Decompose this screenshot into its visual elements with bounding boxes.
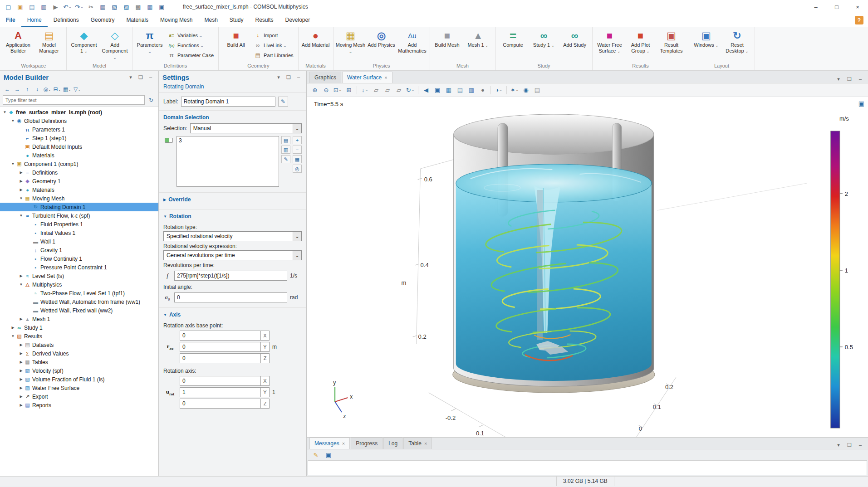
zoom-in-icon[interactable]: ⊕ — [309, 85, 320, 96]
new-file-icon[interactable]: ▢ — [3, 1, 14, 12]
menu-home[interactable]: Home — [21, 14, 48, 27]
first-plot-icon[interactable]: ▤ — [455, 85, 466, 96]
float-panel-icon[interactable]: ❏ — [845, 75, 853, 83]
tree-item[interactable]: Datasets — [0, 341, 158, 349]
tree-item[interactable]: Materials — [0, 151, 158, 160]
parameter-case-button[interactable]: Parameter Case — [166, 51, 216, 59]
import-button[interactable]: Import — [252, 31, 295, 39]
expander-icon[interactable] — [10, 162, 16, 166]
tree-item[interactable]: Export — [0, 392, 158, 401]
panel-menu-icon[interactable]: ▾ — [834, 75, 843, 83]
axis-y-input[interactable] — [180, 387, 260, 397]
back-icon[interactable]: ← — [3, 85, 12, 94]
base-point-y-input[interactable] — [180, 342, 260, 352]
view-xy-icon[interactable]: ▱ — [371, 85, 382, 96]
undock-plot-icon[interactable]: ▣ — [858, 100, 864, 107]
forward-icon[interactable]: → — [13, 85, 22, 94]
tree-item[interactable]: Flow Continuity 1 — [0, 254, 158, 263]
tree-item[interactable]: Study 1 — [0, 323, 158, 332]
expander-icon[interactable] — [18, 360, 24, 364]
label-input[interactable] — [181, 97, 275, 107]
tree-item[interactable]: Moving Mesh — [0, 194, 158, 203]
expander-icon[interactable] — [10, 326, 16, 330]
view-xz-icon[interactable]: ▱ — [393, 85, 404, 96]
base-point-x-input[interactable] — [180, 331, 260, 341]
float-panel-icon[interactable]: ❏ — [845, 441, 853, 449]
print-icon[interactable]: ▤ — [532, 85, 543, 96]
expander-icon[interactable] — [2, 110, 8, 114]
tab-progress[interactable]: Progress — [351, 438, 383, 449]
functions-button[interactable]: Functions — [166, 41, 216, 49]
copy-selection-icon[interactable]: ▤ — [281, 136, 290, 144]
menu-definitions[interactable]: Definitions — [48, 14, 85, 27]
parameters-button[interactable]: Parameters — [135, 28, 165, 60]
filter-icon[interactable]: ▽⌄ — [73, 85, 82, 94]
tree-item[interactable]: Parameters 1 — [0, 125, 158, 134]
tab-graphics[interactable]: Graphics — [309, 72, 341, 83]
velocity-expression-dropdown[interactable]: General revolutions per time — [163, 250, 302, 260]
show-options-icon[interactable]: ◎⌄ — [43, 85, 52, 94]
collapse-options-icon[interactable]: ⊟⌄ — [53, 85, 62, 94]
expander-icon[interactable] — [18, 377, 24, 381]
filter-input[interactable] — [3, 95, 145, 105]
override-header[interactable]: Override — [163, 195, 302, 205]
messages-content[interactable] — [308, 460, 867, 475]
remove-from-selection-icon[interactable]: − — [293, 146, 302, 154]
reset-desktop-button[interactable]: Reset Desktop — [722, 28, 752, 60]
environment-icon[interactable]: ✶⌄ — [509, 85, 520, 96]
expander-icon[interactable] — [18, 369, 24, 373]
snapshot-icon[interactable]: ◉ — [520, 85, 531, 96]
save-as-icon[interactable]: ▥ — [38, 1, 49, 12]
selection-dropdown[interactable]: Manual — [190, 123, 302, 133]
zoom-out-icon[interactable]: ⊖ — [321, 85, 332, 96]
axis-header[interactable]: Axis — [163, 311, 302, 321]
part-libraries-button[interactable]: Part Libraries — [252, 51, 295, 59]
tree-item[interactable]: Velocity (spf) — [0, 366, 158, 375]
expander-icon[interactable] — [18, 351, 24, 356]
paste-icon[interactable]: ▨ — [121, 1, 132, 12]
panel-menu-icon[interactable]: ▾ — [834, 441, 843, 449]
water-free-surface-button[interactable]: Water Free Surface — [595, 28, 625, 60]
open-icon[interactable]: ▣ — [15, 1, 26, 12]
tree-item[interactable]: Step 1 (step1) — [0, 134, 158, 142]
scene-appearance-icon[interactable]: ◑⌄ — [493, 85, 504, 96]
compute-button[interactable]: Compute — [498, 28, 528, 60]
add-material-button[interactable]: Add Material — [301, 28, 331, 60]
tree-item[interactable]: Volume Fraction of Fluid 1 (ls) — [0, 375, 158, 384]
minimize-panel-icon[interactable]: – — [147, 73, 155, 81]
tree-item[interactable]: Water Free Surface — [0, 384, 158, 392]
menu-geometry[interactable]: Geometry — [85, 14, 121, 27]
tab-log[interactable]: Log — [383, 438, 402, 449]
redo-icon[interactable]: ↷⌄ — [74, 1, 85, 12]
component-button[interactable]: Component 1 — [69, 28, 99, 60]
float-panel-icon[interactable]: ❏ — [284, 73, 293, 81]
close-tab-icon[interactable]: × — [384, 75, 387, 80]
tree-item[interactable]: Tables — [0, 358, 158, 366]
close-tab-icon[interactable]: × — [342, 441, 345, 446]
add-plot-group-button[interactable]: Add Plot Group — [626, 28, 656, 60]
tree-item[interactable]: Fluid Properties 1 — [0, 220, 158, 229]
save-icon[interactable]: ▤ — [26, 1, 38, 12]
clear-selection-icon[interactable]: ▦ — [293, 155, 302, 163]
lock-camera-icon[interactable]: ● — [477, 85, 488, 96]
expander-icon[interactable] — [18, 188, 24, 192]
maximize-button[interactable]: □ — [826, 0, 847, 14]
cut-icon[interactable]: ✂ — [85, 1, 97, 12]
undo-icon[interactable]: ↶⌄ — [62, 1, 73, 12]
tree-item[interactable]: Two-Phase Flow, Level Set 1 (tpf1) — [0, 289, 158, 297]
tile-plot-windows-icon[interactable]: ▣ — [432, 85, 443, 96]
study-button[interactable]: Study 1 — [529, 28, 559, 60]
revolutions-input[interactable] — [174, 271, 287, 281]
expander-icon[interactable] — [18, 317, 24, 321]
selection-list-item[interactable]: 3 — [179, 137, 277, 144]
move-down-icon[interactable]: ↓ — [33, 85, 42, 94]
tree-item[interactable]: Wetted Wall, Automatic from frame (ww1) — [0, 297, 158, 306]
variables-button[interactable]: Variables — [166, 31, 216, 39]
expander-icon[interactable] — [18, 386, 24, 390]
expander-icon[interactable] — [10, 334, 16, 338]
expander-icon[interactable] — [18, 170, 24, 175]
rename-icon[interactable]: ✎ — [278, 97, 288, 107]
add-mathematics-button[interactable]: Add Mathematics — [397, 28, 427, 60]
tab-table[interactable]: Table× — [403, 438, 432, 449]
tree-item[interactable]: Component 1 (comp1) — [0, 160, 158, 168]
